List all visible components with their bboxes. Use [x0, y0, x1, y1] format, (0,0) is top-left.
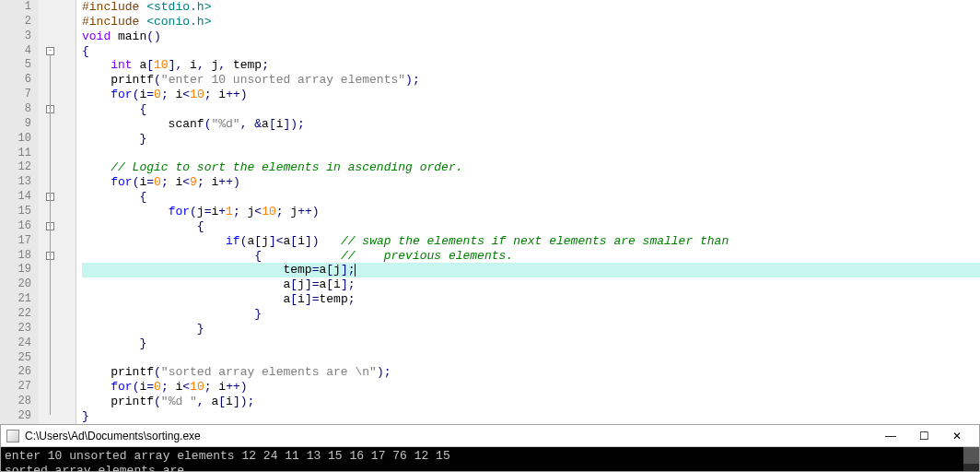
code-line[interactable]: printf("%d ", a[i]);: [82, 395, 980, 409]
console-title: C:\Users\Ad\Documents\sorting.exe: [25, 430, 874, 442]
fold-toggle[interactable]: -: [46, 47, 54, 55]
text-cursor: [355, 264, 356, 277]
code-line[interactable]: {: [82, 102, 980, 117]
code-line[interactable]: [82, 351, 980, 366]
scroll-thumb[interactable]: [963, 447, 979, 464]
code-line[interactable]: a[i]=temp;: [82, 292, 980, 307]
code-line[interactable]: printf("enter 10 unsorted array elements…: [82, 73, 980, 88]
code-line[interactable]: temp=a[j];: [82, 263, 980, 277]
code-line[interactable]: scanf("%d", &a[i]);: [82, 117, 980, 132]
code-line[interactable]: for(j=i+1; j<10; j++): [82, 205, 980, 219]
code-line[interactable]: }: [82, 336, 980, 351]
console-window: C:\Users\Ad\Documents\sorting.exe — ☐ ✕ …: [0, 424, 980, 472]
code-line[interactable]: int a[10], i, j, temp;: [82, 58, 980, 73]
code-line[interactable]: #include <stdio.h>: [82, 0, 980, 15]
code-line[interactable]: a[j]=a[i];: [82, 277, 980, 292]
code-editor[interactable]: 1234567891011121314151617181920212223242…: [0, 0, 980, 424]
console-output[interactable]: enter 10 unsorted array elements 12 24 1…: [1, 447, 979, 471]
code-line[interactable]: if(a[j]<a[i]) // swap the elements if ne…: [82, 234, 980, 249]
console-titlebar[interactable]: C:\Users\Ad\Documents\sorting.exe — ☐ ✕: [1, 425, 979, 447]
code-area[interactable]: #include <stdio.h>#include <conio.h>void…: [76, 0, 980, 424]
code-line[interactable]: for(i=0; i<10; i++): [82, 88, 980, 102]
minimize-button[interactable]: —: [874, 426, 907, 446]
console-app-icon: [6, 430, 19, 442]
maximize-button[interactable]: ☐: [907, 426, 940, 446]
code-line[interactable]: {: [82, 190, 980, 205]
fold-column[interactable]: -----: [39, 0, 76, 424]
code-line[interactable]: // Logic to sort the elements in ascendi…: [82, 160, 980, 175]
code-line[interactable]: [82, 147, 980, 161]
code-line[interactable]: {: [82, 219, 980, 234]
code-line[interactable]: }: [82, 132, 980, 147]
close-button[interactable]: ✕: [940, 426, 974, 446]
console-scrollbar[interactable]: [963, 447, 979, 471]
code-line[interactable]: }: [82, 307, 980, 322]
code-line[interactable]: void main(): [82, 30, 980, 44]
code-line[interactable]: }: [82, 409, 980, 424]
code-line[interactable]: for(i=0; i<10; i++): [82, 380, 980, 395]
code-line[interactable]: #include <conio.h>: [82, 15, 980, 30]
code-line[interactable]: for(i=0; i<9; i++): [82, 175, 980, 190]
code-line[interactable]: {: [82, 44, 980, 59]
window-controls: — ☐ ✕: [874, 426, 974, 446]
editor-gutter: 1234567891011121314151617181920212223242…: [0, 0, 76, 424]
code-line[interactable]: printf("sorted array elements are \n");: [82, 365, 980, 380]
code-line[interactable]: }: [82, 322, 980, 336]
line-number-column: 1234567891011121314151617181920212223242…: [0, 0, 39, 424]
code-line[interactable]: { // previous elements.: [82, 249, 980, 264]
